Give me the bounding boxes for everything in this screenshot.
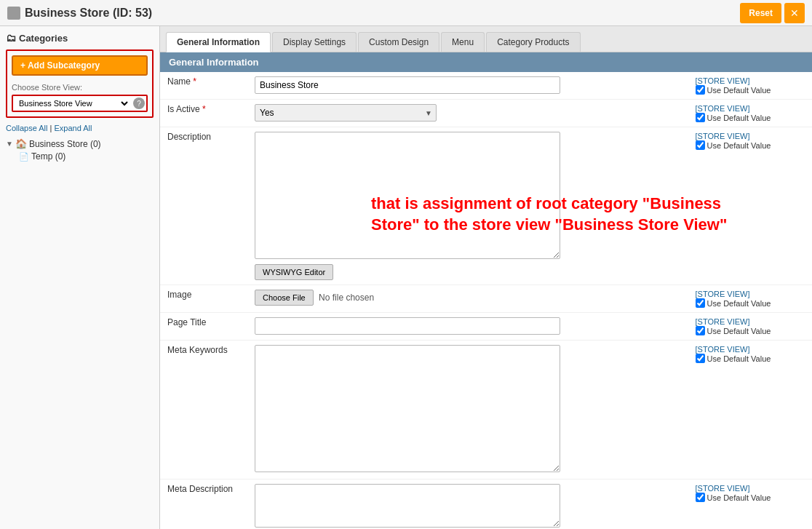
tabs-bar: General Information Display Settings Cus…: [160, 26, 812, 52]
page-title-input-cell: [247, 313, 688, 341]
collapse-all-link[interactable]: Collapse All: [6, 124, 47, 132]
page-title-use-default-checkbox[interactable]: [696, 326, 705, 335]
page-title-store-view-link[interactable]: [STORE VIEW]: [696, 317, 750, 326]
sidebar-section: + Add Subcategory Choose Store View: Bus…: [6, 49, 154, 118]
meta-description-use-default-label: Use Default Value: [696, 493, 805, 502]
sidebar-title: 🗂 Categories: [6, 32, 154, 44]
is-active-select-wrapper: Yes No ▼: [255, 104, 437, 122]
description-store-view-link[interactable]: [STORE VIEW]: [696, 132, 750, 140]
description-input-cell: WYSIWYG Editor: [247, 127, 688, 285]
is-active-use-default-checkbox[interactable]: [696, 113, 705, 122]
page-title-row: Page Title [STORE VIEW] Use Default Valu…: [160, 313, 812, 341]
header-buttons: Reset ✕: [740, 3, 805, 23]
meta-description-label: Meta Description: [160, 480, 247, 530]
meta-description-input-cell: [247, 480, 688, 530]
tab-category-products[interactable]: Category Products: [486, 32, 580, 52]
image-use-default-label: Use Default Value: [696, 298, 805, 308]
categories-icon: 🗂: [6, 32, 16, 44]
reset-button[interactable]: Reset: [740, 3, 781, 23]
meta-keywords-actions: [STORE VIEW] Use Default Value: [688, 341, 812, 480]
name-actions: [STORE VIEW] Use Default Value: [688, 72, 812, 100]
meta-keywords-row: Meta Keywords [STORE VIEW] Use Default V…: [160, 341, 812, 480]
expand-all-link[interactable]: Expand All: [54, 124, 92, 132]
meta-keywords-label: Meta Keywords: [160, 341, 247, 480]
form-content: General Information that is assignment o…: [160, 52, 812, 529]
tree-page-icon: 📄: [19, 152, 29, 162]
page-title-use-default-label: Use Default Value: [696, 326, 805, 335]
page-icon: [7, 7, 20, 20]
tree-root-row[interactable]: ▼ 🏠 Business Store (0): [6, 138, 154, 149]
content-wrapper: General Information Display Settings Cus…: [160, 26, 812, 529]
form-table: Name * [STORE VIEW] Use Default Value: [160, 72, 812, 529]
name-use-default-label: Use Default Value: [696, 85, 805, 95]
description-use-default-label: Use Default Value: [696, 140, 805, 150]
collapse-links: Collapse All | Expand All: [6, 124, 154, 132]
name-use-default-checkbox[interactable]: [696, 85, 705, 95]
meta-keywords-textarea[interactable]: [255, 345, 560, 472]
page-title-actions: [STORE VIEW] Use Default Value: [688, 313, 812, 341]
store-view-label: Choose Store View:: [12, 83, 148, 92]
name-input-cell: [247, 72, 688, 100]
tree-arrow-icon: ▼: [6, 140, 13, 148]
tree-root-label: Business Store (0): [29, 139, 101, 149]
main-layout: 🗂 Categories + Add Subcategory Choose St…: [0, 26, 812, 529]
description-row: Description WYSIWYG Editor [STORE VIEW] …: [160, 127, 812, 285]
page-title: Business Store (ID: 53): [25, 7, 152, 20]
tree-item-root: ▼ 🏠 Business Store (0) 📄 Temp (0): [6, 138, 154, 162]
image-input-cell: Choose File No file chosen: [247, 285, 688, 313]
store-view-select-wrap: Business Store View Default Store View ?: [12, 95, 148, 112]
is-active-select[interactable]: Yes No: [255, 104, 437, 122]
description-label: Description: [160, 127, 247, 285]
description-actions: [STORE VIEW] Use Default Value: [688, 127, 812, 285]
name-input[interactable]: [255, 76, 560, 94]
tree-child-row[interactable]: 📄 Temp (0): [19, 151, 154, 162]
name-label: Name *: [160, 72, 247, 100]
is-active-label: Is Active *: [160, 100, 247, 127]
meta-keywords-use-default-checkbox[interactable]: [696, 354, 705, 363]
store-view-select[interactable]: Business Store View Default Store View: [13, 96, 130, 111]
sidebar: 🗂 Categories + Add Subcategory Choose St…: [0, 26, 160, 529]
help-icon[interactable]: ?: [133, 98, 145, 109]
meta-keywords-store-view-link[interactable]: [STORE VIEW]: [696, 345, 750, 354]
meta-keywords-input-cell: [247, 341, 688, 480]
image-label: Image: [160, 285, 247, 313]
meta-description-store-view-link[interactable]: [STORE VIEW]: [696, 484, 750, 493]
tree-child-label: Temp (0): [31, 151, 65, 162]
tab-general-information[interactable]: General Information: [166, 32, 271, 52]
sidebar-title-text: Categories: [19, 33, 68, 44]
name-row: Name * [STORE VIEW] Use Default Value: [160, 72, 812, 100]
tab-menu[interactable]: Menu: [441, 32, 485, 52]
image-actions: [STORE VIEW] Use Default Value: [688, 285, 812, 313]
content-area: General Information Display Settings Cus…: [160, 26, 812, 529]
meta-keywords-use-default-label: Use Default Value: [696, 354, 805, 363]
choose-file-button[interactable]: Choose File: [255, 290, 314, 306]
description-use-default-checkbox[interactable]: [696, 140, 705, 150]
name-store-view-link[interactable]: [STORE VIEW]: [696, 76, 750, 85]
image-use-default-checkbox[interactable]: [696, 298, 705, 308]
meta-description-textarea[interactable]: [255, 484, 560, 528]
is-active-input-cell: Yes No ▼: [247, 100, 688, 127]
tree-folder-icon: 🏠: [15, 138, 27, 149]
page-title-area: Business Store (ID: 53): [7, 7, 152, 20]
is-active-row: Is Active * Yes No ▼: [160, 100, 812, 127]
meta-description-use-default-checkbox[interactable]: [696, 493, 705, 502]
description-textarea[interactable]: [255, 132, 560, 259]
add-subcategory-button[interactable]: + Add Subcategory: [12, 55, 148, 76]
tab-display-settings[interactable]: Display Settings: [272, 32, 357, 52]
close-button[interactable]: ✕: [784, 3, 805, 23]
wysiwyg-editor-button[interactable]: WYSIWYG Editor: [255, 264, 333, 280]
meta-description-row: Meta Description [STORE VIEW] Use Defaul…: [160, 480, 812, 530]
image-store-view-link[interactable]: [STORE VIEW]: [696, 290, 750, 298]
meta-description-actions: [STORE VIEW] Use Default Value: [688, 480, 812, 530]
no-file-text: No file chosen: [319, 293, 374, 303]
page-header: Business Store (ID: 53) Reset ✕: [0, 0, 812, 26]
is-active-actions: [STORE VIEW] Use Default Value: [688, 100, 812, 127]
page-title-input[interactable]: [255, 317, 560, 335]
image-row: Image Choose File No file chosen [STORE …: [160, 285, 812, 313]
is-active-use-default-label: Use Default Value: [696, 113, 805, 122]
page-title-label: Page Title: [160, 313, 247, 341]
tab-custom-design[interactable]: Custom Design: [358, 32, 439, 52]
section-header: General Information: [160, 52, 812, 72]
is-active-store-view-link[interactable]: [STORE VIEW]: [696, 104, 750, 113]
